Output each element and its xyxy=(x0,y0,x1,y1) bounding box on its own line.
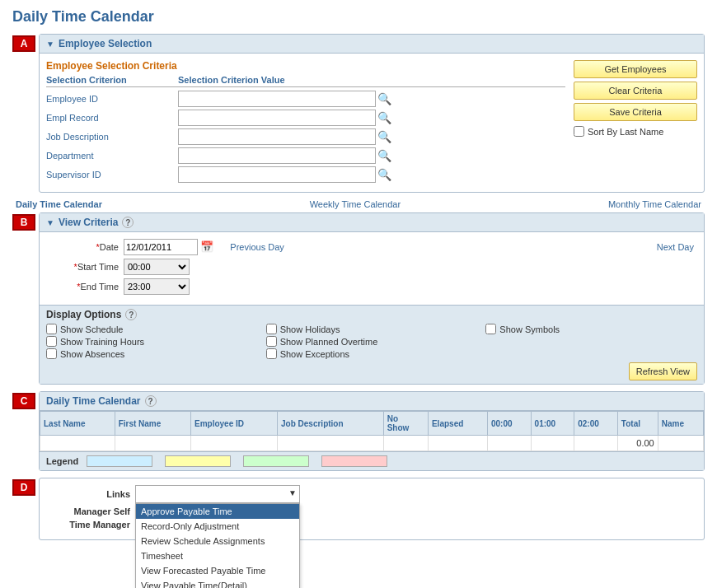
criteria-section-title: Employee Selection Criteria xyxy=(46,60,565,72)
date-label: *Date xyxy=(49,242,124,252)
department-search-icon[interactable]: 🔍 xyxy=(377,149,391,162)
department-input[interactable] xyxy=(178,147,376,164)
dd-item-forecast[interactable]: View Forecasted Payable Time xyxy=(136,563,299,578)
dd-item-timesheet[interactable]: Timesheet xyxy=(136,548,299,563)
col-name: Name xyxy=(658,412,703,436)
legend-box-4 xyxy=(321,455,387,467)
job-desc-search-icon[interactable]: 🔍 xyxy=(377,130,391,143)
legend-box-1 xyxy=(87,455,152,467)
legend-item-4 xyxy=(321,455,387,467)
show-absences-checkbox[interactable] xyxy=(46,348,57,359)
legend-item-3 xyxy=(243,455,309,467)
show-absences-label: Show Absences xyxy=(60,349,124,359)
show-holidays-checkbox[interactable] xyxy=(266,324,277,334)
field-row-job-desc: Job Description 🔍 xyxy=(46,128,565,145)
collapse-arrow-icon[interactable]: ▼ xyxy=(46,40,54,49)
end-time-select[interactable]: 00:00 23:00 xyxy=(124,278,190,295)
dd-item-record[interactable]: Record-Only Adjustment xyxy=(136,519,299,534)
section-label-b: B xyxy=(12,214,35,231)
view-criteria-title: View Criteria xyxy=(59,217,118,228)
date-input[interactable] xyxy=(124,239,198,255)
field-row-department: Department 🔍 xyxy=(46,147,565,164)
legend-item-1 xyxy=(87,455,152,467)
date-input-wrap: 📅 xyxy=(124,239,213,255)
calendar-icon[interactable]: 📅 xyxy=(200,240,213,253)
employee-id-search-icon[interactable]: 🔍 xyxy=(377,92,391,105)
dd-item-detail[interactable]: View Payable Time(Detail) xyxy=(136,578,299,588)
get-employees-button[interactable]: Get Employees xyxy=(574,60,697,78)
employee-id-input[interactable] xyxy=(178,91,376,107)
links-label: Links xyxy=(48,489,130,499)
links-dropdown-wrap: Approve Payable Time Record-Only Adjustm… xyxy=(135,485,300,503)
job-desc-label: Job Description xyxy=(46,132,178,142)
show-planned-overtime-label: Show Planned Overtime xyxy=(280,337,378,347)
col-total: Total xyxy=(617,412,658,436)
legend-item-2 xyxy=(165,455,231,467)
start-time-select[interactable]: 00:00 01:00 06:00 23:00 xyxy=(124,259,190,275)
col-first-name: First Name xyxy=(115,412,190,436)
view-criteria-panel: ▼ View Criteria ? *Date 📅 Pr xyxy=(39,212,705,385)
field-row-supervisor-id: Supervisor ID 🔍 xyxy=(46,166,565,183)
end-time-label: *End Time xyxy=(49,282,124,292)
start-time-label: *Start Time xyxy=(49,262,124,272)
field-row-employee-id: Employee ID 🔍 xyxy=(46,91,565,107)
department-label: Department xyxy=(46,151,178,161)
field-row-empl-record: Empl Record 🔍 xyxy=(46,110,565,126)
supervisor-id-label: Supervisor ID xyxy=(46,170,178,180)
col-0200: 02:00 xyxy=(574,412,618,436)
show-exceptions-checkbox[interactable] xyxy=(266,348,277,359)
show-symbols-label: Show Symbols xyxy=(499,324,560,334)
display-options-help-icon[interactable]: ? xyxy=(125,309,137,320)
clear-criteria-button[interactable]: Clear Criteria xyxy=(574,82,697,100)
show-schedule-checkbox[interactable] xyxy=(46,324,57,334)
tab-weekly[interactable]: Weekly Time Calendar xyxy=(310,199,401,209)
tab-links: Daily Time Calendar Weekly Time Calendar… xyxy=(12,199,705,209)
job-desc-input[interactable] xyxy=(178,128,376,145)
show-holidays-label: Show Holidays xyxy=(280,324,340,334)
supervisor-id-input[interactable] xyxy=(178,166,376,183)
tab-monthly[interactable]: Monthly Time Calendar xyxy=(608,199,701,209)
page-title: Daily Time Calendar xyxy=(12,8,705,26)
section-label-c: C xyxy=(12,393,35,409)
employee-id-label: Employee ID xyxy=(46,94,178,104)
show-training-hours-checkbox[interactable] xyxy=(46,336,57,347)
collapse-arrow-b-icon[interactable]: ▼ xyxy=(46,218,54,227)
time-manager-label: Time Manager xyxy=(48,520,130,530)
col-employee-id: Employee ID xyxy=(190,412,277,436)
previous-day-link[interactable]: Previous Day xyxy=(230,242,284,252)
links-select[interactable]: Approve Payable Time Record-Only Adjustm… xyxy=(135,485,300,503)
links-panel: Links Approve Payable Time Record-Only A… xyxy=(39,478,705,540)
col-header-value: Selection Criterion Value xyxy=(178,75,285,85)
display-options-title: Display Options xyxy=(46,309,121,320)
sort-by-label: Sort By Last Name xyxy=(588,127,663,137)
empl-record-search-icon[interactable]: 🔍 xyxy=(377,111,391,124)
employee-selection-panel: ▼ Employee Selection Employee Selection … xyxy=(39,34,705,193)
dtc-header: Daily Time Calendar ? xyxy=(40,392,704,411)
dtc-help-icon[interactable]: ? xyxy=(145,395,157,407)
tab-daily[interactable]: Daily Time Calendar xyxy=(16,199,102,209)
col-elapsed: Elapsed xyxy=(428,412,487,436)
dtc-title: Daily Time Calendar xyxy=(46,395,141,407)
show-exceptions-label: Show Exceptions xyxy=(280,349,349,359)
view-criteria-help-icon[interactable]: ? xyxy=(122,217,134,228)
show-symbols-checkbox[interactable] xyxy=(485,324,496,334)
supervisor-id-search-icon[interactable]: 🔍 xyxy=(377,168,391,181)
sort-by-last-name-checkbox[interactable] xyxy=(574,126,584,137)
table-row: 0.00 xyxy=(40,436,704,451)
col-job-desc: Job Description xyxy=(278,412,384,436)
next-day-link[interactable]: Next Day xyxy=(657,242,694,252)
employee-selection-header: ▼ Employee Selection xyxy=(40,35,704,54)
show-planned-overtime-checkbox[interactable] xyxy=(266,336,277,347)
save-criteria-button[interactable]: Save Criteria xyxy=(574,103,697,121)
empl-record-input[interactable] xyxy=(178,110,376,126)
daily-time-table: Last Name First Name Employee ID Job Des… xyxy=(40,411,704,451)
manager-self-label: Manager Self xyxy=(48,506,130,516)
col-last-name: Last Name xyxy=(40,412,115,436)
employee-selection-title: Employee Selection xyxy=(59,38,152,49)
dd-item-review[interactable]: Review Schedule Assignments xyxy=(136,534,299,548)
daily-time-calendar-panel: Daily Time Calendar ? Last Name First Na… xyxy=(39,391,705,471)
refresh-view-button[interactable]: Refresh View xyxy=(629,362,697,380)
legend-box-2 xyxy=(165,455,231,467)
legend-box-3 xyxy=(243,455,309,467)
dd-item-approve[interactable]: Approve Payable Time xyxy=(136,504,299,519)
